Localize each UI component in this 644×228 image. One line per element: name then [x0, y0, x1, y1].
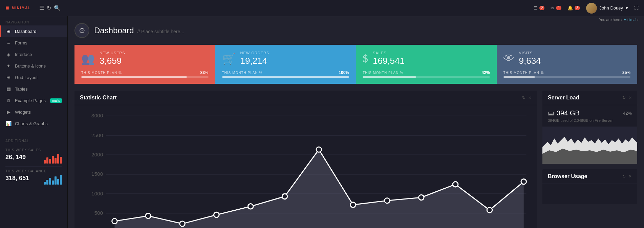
stat-card-new-users: 👥 NEW USERS 3,659 THIS MONTH PLAN % 83% [74, 45, 215, 84]
breadcrumb-separator: › [637, 18, 639, 22]
svg-text:500: 500 [94, 210, 103, 216]
breadcrumb-link[interactable]: Minimal [623, 18, 636, 22]
sidebar-item-forms[interactable]: ≡ Forms [0, 37, 67, 49]
sales-value: 169,541 [373, 56, 490, 66]
browser-close-icon[interactable]: ✕ [628, 174, 632, 179]
svg-point-18 [214, 212, 219, 217]
main-content: ⊙ Dashboard // Place subtitle here... 👥 … [68, 16, 644, 228]
server-load-title: Server Load [548, 95, 579, 101]
svg-point-16 [146, 213, 151, 218]
sidebar-item-label: Dashboard [15, 29, 37, 34]
right-column: Server Load ↻ ✕ 🖴 394 GB 42% 394GB used … [542, 91, 637, 228]
chart-close-icon[interactable]: ✕ [528, 95, 532, 100]
chart-panel-title: Statistic Chart [80, 95, 116, 101]
sidebar-item-example-pages[interactable]: 🖥 Example Pages mails [0, 95, 67, 106]
browser-usage-panel: Browser Usage ↻ ✕ [542, 169, 637, 204]
breadcrumb-prefix: You are here › [599, 18, 622, 22]
chart-panel-body: 3000 2500 2000 1500 1000 500 0 [74, 105, 537, 228]
email-count: 1 [556, 6, 561, 10]
this-week-balance-label: THIS WEEK BALANCE [5, 169, 62, 173]
page-header-text: Dashboard // Place subtitle here... [94, 26, 184, 35]
new-users-label: NEW USERS [100, 51, 209, 55]
messages-badge[interactable]: ☰ 2 [534, 5, 545, 11]
navigation-section-label: NAVIGATION [0, 16, 67, 25]
additional-section-label: ADDITIONAL [0, 135, 67, 144]
sidebar-item-dashboard[interactable]: ⊞ Dashboard [0, 25, 67, 37]
sidebar-item-buttons-icons[interactable]: ✦ Buttons & Icons [0, 60, 67, 72]
sidebar-item-grid-layout[interactable]: ⊞ Grid Layout [0, 72, 67, 83]
balance-mini-chart [44, 174, 62, 185]
dollar-icon: $ [363, 52, 368, 65]
server-refresh-icon[interactable]: ↻ [622, 95, 626, 100]
svg-text:2000: 2000 [91, 152, 103, 157]
chart-refresh-icon[interactable]: ↻ [522, 95, 525, 100]
sidebar-item-tables[interactable]: ▦ Tables [0, 83, 67, 95]
mini-bar [55, 176, 57, 185]
storage-info: 🖴 394 GB [548, 109, 580, 117]
sales-percent: 42% [481, 70, 490, 75]
sidebar-item-interface[interactable]: ◈ Interface [0, 49, 67, 60]
new-users-percent: 83% [200, 70, 208, 75]
page-subtitle: // Place subtitle here... [137, 29, 184, 34]
svg-text:1000: 1000 [91, 191, 103, 196]
topnav: ■ MINIMAL ☰ ↻ 🔍 ☰ 2 ✉ 1 🔔 3 John Douey ▾… [0, 0, 644, 16]
sidebar-item-label: Interface [15, 52, 32, 57]
mini-bar [55, 158, 57, 164]
mini-bar [52, 156, 54, 164]
menu-toggle-button[interactable]: ☰ [38, 3, 45, 13]
grid-icon: ⊞ [5, 75, 12, 80]
stat-card-sales: $ SALES 169,541 THIS MONTH PLAN % 42% [356, 45, 497, 84]
sidebar-item-charts-graphs[interactable]: 📊 Charts & Graphs [0, 118, 67, 129]
server-close-icon[interactable]: ✕ [628, 95, 632, 100]
sidebar-item-label: Buttons & Icons [15, 63, 46, 69]
sidebar-item-label: Grid Layout [15, 75, 38, 80]
sidebar-item-label: Tables [15, 87, 28, 92]
hdd-icon: 🖴 [548, 110, 554, 117]
svg-text:3000: 3000 [91, 113, 103, 118]
cart-icon: 🛒 [222, 52, 236, 65]
svg-point-24 [418, 195, 424, 200]
email-badge[interactable]: ✉ 1 [551, 5, 561, 11]
new-orders-percent: 100% [339, 70, 349, 75]
sidebar: NAVIGATION ⊞ Dashboard ≡ Forms ◈ Interfa… [0, 16, 68, 228]
widgets-icon: ▶ [5, 109, 12, 115]
chart-svg: 3000 2500 2000 1500 1000 500 0 [80, 111, 532, 228]
server-load-panel: Server Load ↻ ✕ 🖴 394 GB 42% 394GB used … [542, 91, 637, 164]
user-menu[interactable]: John Douey ▾ [586, 3, 628, 14]
server-load-chart [542, 127, 637, 164]
statistic-chart-panel: Statistic Chart ↻ ✕ [74, 91, 537, 228]
page-header: ⊙ Dashboard // Place subtitle here... [74, 23, 637, 38]
topnav-right: ☰ 2 ✉ 1 🔔 3 John Douey ▾ ⛶ [534, 3, 639, 14]
forms-icon: ≡ [5, 40, 12, 45]
notifications-badge[interactable]: 🔔 3 [567, 5, 580, 11]
storage-detail: 394GB used of 2,048GB on File Server [542, 118, 637, 127]
page-title: Dashboard [94, 26, 134, 35]
server-load-header: Server Load ↻ ✕ [542, 91, 637, 105]
svg-point-27 [521, 179, 527, 185]
sales-mini-chart [44, 153, 62, 164]
bell-icon: 🔔 [567, 5, 573, 11]
brand-name: MINIMAL [12, 6, 31, 10]
mini-bar [44, 182, 46, 185]
svg-point-20 [282, 194, 287, 199]
sidebar-item-widgets[interactable]: ▶ Widgets [0, 106, 67, 118]
browser-refresh-icon[interactable]: ↻ [622, 174, 626, 179]
fullscreen-icon[interactable]: ⛶ [634, 5, 639, 11]
brand-icon: ■ [5, 4, 10, 12]
server-chart-svg [542, 127, 637, 164]
chart-panel-actions: ↻ ✕ [522, 95, 532, 100]
mini-bar [49, 159, 51, 164]
storage-percent: 42% [623, 111, 632, 116]
brand-logo[interactable]: ■ MINIMAL [5, 4, 31, 12]
svg-point-22 [350, 202, 356, 208]
dashboard-icon: ⊞ [5, 28, 12, 34]
new-users-plan-label: THIS MONTH PLAN % [81, 71, 122, 75]
refresh-button[interactable]: ↻ [45, 3, 52, 13]
tables-icon: ▦ [5, 86, 12, 92]
sidebar-item-label: Charts & Graphs [15, 121, 48, 126]
new-orders-plan-label: THIS MONTH PLAN % [222, 71, 263, 75]
content-grid: Statistic Chart ↻ ✕ [74, 91, 637, 228]
svg-text:2500: 2500 [91, 132, 103, 138]
search-button[interactable]: 🔍 [52, 3, 62, 13]
mini-bar [49, 178, 51, 185]
